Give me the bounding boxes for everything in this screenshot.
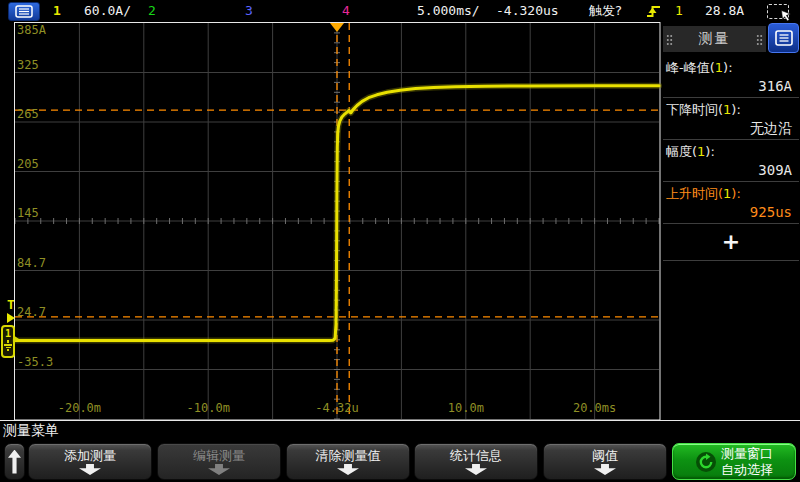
softkey-menu-bar: 测量菜单 添加测量 编辑测量 清除测量值 统计信息 阈值 测量窗口 自动选择 [0, 420, 800, 482]
channel-1-marker-number: 1 [3, 328, 13, 339]
measurement-row-rise-time[interactable]: 上升时间(1): 925us [662, 182, 800, 223]
delay-readout[interactable]: -4.320us [496, 3, 559, 19]
rising-edge-trigger-icon [645, 3, 662, 19]
measurement-row-fall-time[interactable]: 下降时间(1): 无边沿 [662, 98, 800, 139]
measurement-value: 925us [666, 203, 796, 221]
cycle-refresh-icon [695, 451, 717, 473]
channel-4-number[interactable]: 4 [342, 3, 350, 19]
waveform-display[interactable]: T 1 385A32526520514584.724.7-35.3-20.0m-… [0, 22, 662, 421]
drag-handle-icon[interactable] [666, 34, 673, 45]
top-status-bar: 1 60.0A/ 2 3 4 5.000ms/ -4.320us 触发? 1 2… [0, 0, 800, 22]
down-arrow-icon [208, 464, 230, 475]
channel-1-scale[interactable]: 60.0A/ [84, 3, 131, 19]
y-axis-label: 84.7 [17, 257, 46, 270]
y-axis-label: 205 [17, 158, 39, 171]
x-axis-label: -10.0m [187, 401, 230, 415]
down-arrow-icon [594, 464, 616, 475]
measurement-panel-header[interactable]: 测量 [663, 26, 766, 52]
y-axis-label: 385A [17, 24, 46, 37]
measurement-menu-button[interactable] [768, 23, 799, 53]
down-arrow-icon [337, 464, 359, 475]
measurement-row-peak-to-peak[interactable]: 峰-峰值(1): 316A [662, 56, 800, 97]
y-axis-label: 145 [17, 207, 39, 220]
timebase-readout[interactable]: 5.000ms/ [417, 3, 480, 19]
channel-1-ground-marker[interactable]: 1 [1, 325, 15, 358]
divider [663, 260, 799, 261]
trigger-level-marker[interactable]: T [5, 298, 17, 323]
trigger-level-letter: T [5, 298, 17, 311]
menu-back-button[interactable] [4, 443, 25, 480]
mouse-pointer-icon [781, 10, 792, 22]
channel-marker-pointer-icon [13, 335, 19, 343]
measurement-panel: 测量 峰-峰值(1): 316A 下降时间(1): 无边沿 幅度(1): 309… [662, 22, 800, 420]
channel-1-number[interactable]: 1 [53, 3, 61, 19]
trigger-status-label: 触发? [589, 3, 622, 19]
down-arrow-icon [465, 464, 487, 475]
channel-3-number[interactable]: 3 [245, 3, 253, 19]
add-measurement-button[interactable]: 添加测量 [28, 443, 152, 480]
edit-measurement-button: 编辑测量 [157, 443, 281, 480]
x-axis-label: 20.0ms [573, 401, 616, 415]
trigger-level-readout[interactable]: 28.8A [705, 3, 744, 19]
menu-title: 测量菜单 [3, 422, 59, 440]
panel-title: 测量 [676, 30, 753, 48]
selection-cursor-icon[interactable] [767, 4, 789, 19]
down-arrow-icon [79, 464, 101, 475]
x-axis-label: -4.32u [315, 401, 358, 415]
channel-2-number[interactable]: 2 [148, 3, 156, 19]
up-arrow-icon [8, 450, 21, 474]
trigger-source: 1 [675, 3, 683, 19]
add-measurement-row[interactable]: + [662, 224, 800, 260]
y-axis-label: 24.7 [17, 306, 46, 319]
add-measurement-plus-button[interactable]: + [722, 231, 740, 253]
measurement-value: 无边沿 [666, 119, 796, 137]
scope-grid-and-waveform [0, 22, 662, 421]
trigger-level-arrow-icon [7, 313, 15, 323]
y-axis-label: -35.3 [17, 356, 53, 369]
clear-measurements-button[interactable]: 清除测量值 [286, 443, 410, 480]
measurement-window-auto-select-button[interactable]: 测量窗口 自动选择 [672, 443, 796, 480]
y-axis-label: 325 [17, 59, 39, 72]
x-axis-label: -20.0m [58, 401, 101, 415]
main-menu-button[interactable] [8, 2, 40, 21]
drag-handle-icon[interactable] [756, 34, 763, 45]
ground-symbol-icon [7, 340, 9, 343]
x-axis-label: 10.0m [448, 401, 484, 415]
measurement-value: 309A [666, 161, 796, 179]
hamburger-menu-icon [15, 5, 33, 18]
panel-menu-icon [775, 30, 793, 46]
thresholds-button[interactable]: 阈值 [543, 443, 667, 480]
y-axis-label: 265 [17, 108, 39, 121]
measurement-row-amplitude[interactable]: 幅度(1): 309A [662, 140, 800, 181]
measurement-value: 316A [666, 77, 796, 95]
statistics-button[interactable]: 统计信息 [414, 443, 538, 480]
